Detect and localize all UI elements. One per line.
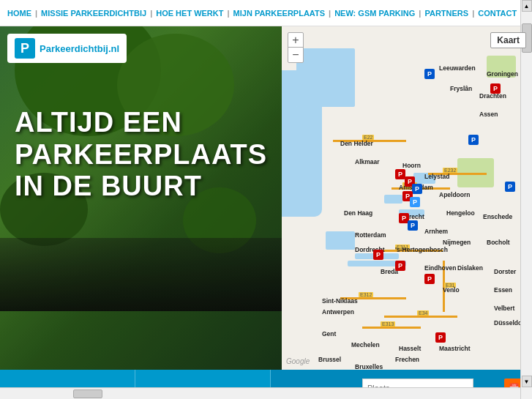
p-marker-8[interactable]: P — [410, 197, 420, 207]
p-marker-1[interactable]: P — [424, 69, 435, 79]
map-simulation: E22 E231 E232 E311 E312 E313 E34 — [282, 26, 532, 370]
road-label-e313: E313 — [381, 321, 395, 327]
p-marker-11[interactable]: P — [373, 250, 383, 260]
nav-sep-6: | — [472, 9, 474, 18]
city-lelystad: Lelystad — [424, 173, 450, 180]
city-denhelder: Den Helder — [340, 140, 373, 147]
city-dorster: Dorster — [494, 268, 516, 275]
nav-item-missie[interactable]: MISSIE PARKEERDICHTBIJ — [41, 9, 146, 18]
hero-section: P Parkeerdichtbij.nl ALTIJD EEN PARKEERP… — [0, 26, 282, 370]
nav-sep-5: | — [419, 9, 421, 18]
google-logo: Google — [286, 357, 310, 365]
city-dislaken: Dislaken — [457, 264, 483, 272]
horizontal-scrollbar[interactable] — [0, 387, 520, 399]
scrollbar-down-button[interactable]: ▼ — [522, 376, 532, 387]
hero-heading-line1: ALTIJD EEN — [15, 107, 267, 139]
city-arnhem: Arnhem — [424, 228, 448, 235]
p-marker-2[interactable]: P — [490, 83, 501, 94]
road-e313 — [362, 327, 421, 329]
city-bocholt: Bocholt — [487, 239, 510, 246]
nav-item-hoe[interactable]: HOE HET WERKT — [156, 9, 223, 18]
city-apeldoorn: Apeldoorn — [439, 191, 471, 198]
p-marker-4[interactable]: P — [395, 169, 405, 179]
vertical-scrollbar[interactable]: ▲ ▼ — [520, 0, 532, 399]
city-essen: Essen — [494, 286, 512, 294]
city-hasselt: Hasselt — [399, 345, 421, 352]
p-marker-13[interactable]: P — [424, 274, 435, 284]
map-area[interactable]: E22 E231 E232 E311 E312 E313 E34 — [282, 26, 532, 370]
city-rotterdam: Rotterdam — [355, 231, 386, 239]
hero-heading-line2: PARKEERPLAATS — [15, 139, 267, 171]
logo-p-icon: P — [15, 38, 35, 59]
nav-sep-2: | — [150, 9, 152, 18]
zoom-in-button[interactable]: + — [288, 33, 303, 48]
city-bruxelles: Bruxelles — [355, 363, 383, 370]
city-brussel: Brussel — [318, 356, 341, 363]
city-mechelen: Mechelen — [351, 341, 380, 348]
road-label-e22: E22 — [362, 135, 374, 140]
nav-sep-1: | — [35, 9, 37, 18]
city-eindhoven: Eindhoven — [424, 264, 456, 272]
city-nijmegen: Nijmegen — [443, 239, 471, 246]
scrollbar-up-button[interactable]: ▲ — [522, 0, 532, 12]
p-marker-10[interactable]: P — [408, 220, 418, 231]
nav-sep-3: | — [227, 9, 229, 18]
p-marker-nord[interactable]: P — [505, 182, 515, 192]
road-label-e232: E232 — [443, 168, 457, 173]
city-shertogenbosch: 's-Hertogenbosch — [395, 246, 448, 253]
city-venlo: Venlo — [443, 286, 460, 294]
city-niklaas: Sint-Niklaas — [322, 297, 358, 305]
water-feature — [296, 48, 355, 107]
nav-item-contact[interactable]: CONTACT — [478, 9, 517, 18]
road-label-e312: E312 — [359, 292, 373, 297]
p-marker-6[interactable]: P — [412, 184, 422, 194]
city-antwerpen: Antwerpen — [322, 308, 354, 316]
city-assen: Assen — [479, 111, 498, 118]
city-denhaag: Den Haag — [344, 209, 372, 217]
city-velbert: Velbert — [494, 305, 514, 312]
h-scrollbar-thumb[interactable] — [73, 389, 102, 398]
city-liege: Frechen — [395, 356, 419, 363]
map-kaart-button[interactable]: Kaart — [490, 32, 526, 48]
city-hengeloo: Hengeloo — [446, 209, 475, 217]
water-feature — [384, 195, 402, 204]
city-groningen: Groningen — [487, 70, 518, 78]
nav-item-gsm[interactable]: NEW: GSM PARKING — [334, 9, 415, 18]
city-gent: Gent — [322, 330, 336, 338]
zoom-out-button[interactable]: − — [288, 48, 303, 62]
city-alkmaar: Alkmaar — [355, 158, 380, 165]
logo-text: Parkeerdichtbij.nl — [40, 43, 119, 54]
main-area: P Parkeerdichtbij.nl ALTIJD EEN PARKEERP… — [0, 26, 532, 370]
p-marker-14[interactable]: P — [435, 332, 446, 343]
road-label-e34: E34 — [417, 310, 429, 316]
nav-item-home[interactable]: HOME — [7, 9, 31, 18]
city-fryslan: Fryslân — [450, 85, 472, 92]
hero-heading: ALTIJD EEN PARKEERPLAATS IN DE BUURT — [15, 107, 267, 203]
site-logo[interactable]: P Parkeerdichtbij.nl — [7, 34, 127, 63]
p-marker-3[interactable]: P — [468, 135, 479, 145]
nav-item-mijn[interactable]: MIJN PARKEERPLAATS — [233, 9, 326, 18]
nav-item-partners[interactable]: PARTNERS — [424, 9, 468, 18]
p-marker-12[interactable]: P — [395, 261, 405, 271]
map-zoom-controls[interactable]: + − — [288, 32, 304, 63]
hero-heading-line3: IN DE BUURT — [15, 171, 267, 203]
city-leeuwarden: Leeuwarden — [439, 64, 476, 72]
city-hoorn: Hoorn — [402, 162, 421, 169]
city-maastricht: Maastricht — [439, 345, 471, 352]
top-navigation: HOME | MISSIE PARKEERDICHTBIJ | HOE HET … — [0, 0, 532, 26]
water-feature — [326, 231, 355, 250]
nav-sep-4: | — [329, 9, 331, 18]
city-enschede: Enschede — [483, 213, 512, 220]
road-e34 — [384, 316, 457, 318]
